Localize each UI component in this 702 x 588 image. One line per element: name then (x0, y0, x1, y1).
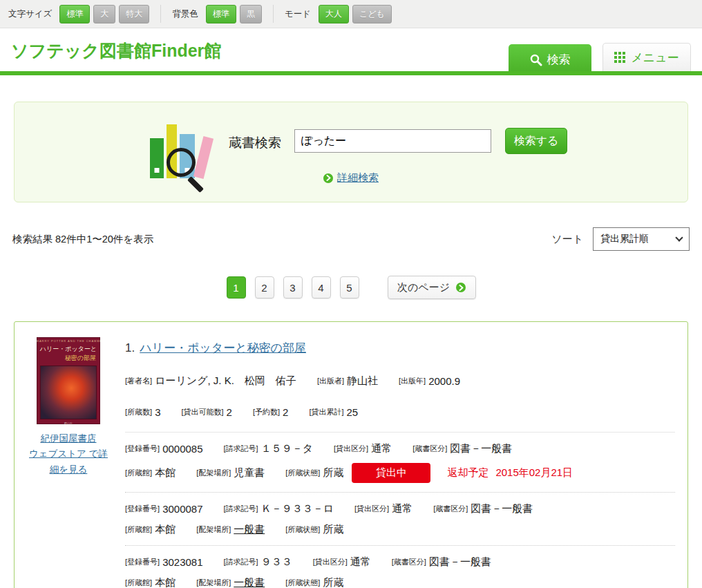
search-input[interactable] (294, 129, 491, 153)
font-size-standard-button[interactable]: 標準 (59, 5, 90, 23)
mode-kids-button[interactable]: こども (352, 5, 392, 23)
call-number-value: ９３３ (261, 556, 292, 569)
bg-standard-button[interactable]: 標準 (206, 5, 236, 23)
copy-detail-row-2: [所蔵館] 本館 [配架場所] 児童書 [所蔵状態] 所蔵 貸出中 返却予定20… (125, 463, 675, 483)
library-value: 本館 (155, 466, 176, 480)
return-due-date: 2015年02月21日 (495, 466, 573, 478)
sort-select[interactable]: 貸出累計順 (593, 227, 690, 251)
copy-detail-row-1: [登録番号] 3023081 [請求記号] ９３３ [貸出区分] 通常 [蔵書区… (125, 556, 675, 569)
call-number-label: [請求記号] (224, 557, 258, 567)
shelf-value: 児童書 (234, 466, 265, 480)
reservations-value: 2 (283, 406, 288, 418)
holdings-label: [所蔵数] (125, 407, 152, 417)
on-loan-badge: 貸出中 (352, 463, 430, 483)
return-due-info: 返却予定2015年02月21日 (447, 466, 573, 480)
cover-title-line2: 秘密の部屋 (37, 354, 100, 363)
menu-grid-icon (614, 52, 626, 64)
mode-adult-button[interactable]: 大人 (319, 5, 349, 23)
header-tabs: 検索 メニュー (509, 43, 691, 71)
library-label: [所蔵館] (125, 468, 152, 478)
library-value: 本館 (155, 576, 176, 588)
tab-menu-label: メニュー (631, 50, 679, 66)
copy-detail-row-1: [登録番号] 0000085 [請求記号] １５９－タ [貸出区分] 通常 [蔵… (125, 442, 675, 455)
publisher-label: [出版者] (317, 376, 344, 386)
catalog-search-label: 蔵書検索 (229, 134, 281, 152)
status-value: 所蔵 (323, 466, 343, 480)
arrow-circle-icon (323, 173, 333, 183)
page-button-1[interactable]: 1 (227, 276, 246, 298)
reg-number-value: 0000085 (162, 443, 202, 455)
copy-row: [登録番号] 0000085 [請求記号] １５９－タ [貸出区分] 通常 [蔵… (125, 433, 675, 493)
loan-type-value: 通常 (350, 556, 371, 569)
search-submit-button[interactable]: 検索する (505, 128, 567, 154)
collection-value: 図書－一般書 (471, 502, 533, 515)
shelf-location-link[interactable]: 一般書 (234, 576, 265, 588)
page-button-2[interactable]: 2 (255, 276, 274, 298)
status-label: [所蔵状態] (285, 524, 320, 535)
site-header: ソフテック図書館Finder館 検索 メニュー (0, 28, 702, 75)
status-label: [所蔵状態] (285, 578, 320, 588)
library-value: 本館 (155, 523, 176, 536)
page-button-3[interactable]: 3 (283, 276, 303, 298)
reg-number-value: 3023081 (162, 556, 202, 568)
book-cover-image[interactable]: HARRY POTTER AND THE CHAMBER OF SECRETS … (37, 337, 100, 424)
shelf-location-link[interactable]: 一般書 (234, 523, 265, 536)
status-value: 所蔵 (323, 576, 343, 588)
collection-value: 図書－一般書 (429, 556, 491, 569)
loan-type-value: 通常 (371, 442, 392, 455)
page-button-4[interactable]: 4 (312, 276, 331, 298)
cover-art (40, 366, 97, 419)
bg-black-button[interactable]: 黒 (240, 5, 262, 23)
status-value: 所蔵 (323, 523, 343, 536)
pubyear-label: [出版年] (399, 376, 426, 386)
search-icon (530, 54, 542, 66)
reg-number-value: 3000087 (162, 503, 202, 515)
result-left-column: HARRY POTTER AND THE CHAMBER OF SECRETS … (27, 336, 110, 588)
loan-type-label: [貸出区分] (334, 444, 368, 454)
kinokuniya-store-link[interactable]: 紀伊国屋書店 ウェブストア で詳 細を見る (27, 431, 110, 477)
font-size-group: 文字サイズ 標準 大 特大 (7, 5, 161, 23)
advanced-search-link[interactable]: 詳細検索 (337, 171, 379, 184)
result-item-panel: HARRY POTTER AND THE CHAMBER OF SECRETS … (14, 321, 688, 588)
result-rank: 1. (125, 341, 135, 354)
cover-title-line1: ハリー・ポッターと (37, 345, 100, 354)
available-label: [貸出可能数] (181, 407, 223, 417)
shelf-label: [配架場所] (196, 524, 231, 535)
copy-row: [登録番号] 3000087 [請求記号] Ｋ－９３３－ロ [貸出区分] 通常 … (125, 493, 675, 546)
shelf-label: [配架場所] (196, 578, 231, 588)
tab-search-label: 検索 (547, 52, 571, 68)
mode-label: モード (285, 8, 311, 20)
advanced-search-link-wrap[interactable]: 詳細検索 (323, 171, 379, 184)
next-page-button[interactable]: 次のページ (388, 276, 476, 299)
copy-detail-row-2: [所蔵館] 本館 [配架場所] 一般書 [所蔵状態] 所蔵 (125, 523, 675, 536)
font-size-xlarge-button[interactable]: 特大 (119, 5, 149, 23)
font-size-large-button[interactable]: 大 (93, 5, 115, 23)
sort-selected-value: 貸出累計順 (600, 233, 649, 245)
results-summary: 検索結果 82件中1〜20件を表示 (12, 233, 153, 246)
result-right-column: 1.ハリー・ポッターと秘密の部屋 [著者名] ローリング, J. K. 松岡 佑… (125, 336, 675, 588)
pagination: 1 2 3 4 5 次のページ (0, 276, 702, 299)
book-title-link[interactable]: ハリー・ポッターと秘密の部屋 (140, 341, 306, 354)
status-label: [所蔵状態] (285, 468, 320, 478)
accessibility-toolbar: 文字サイズ 標準 大 特大 背景色 標準 黒 モード 大人 こども (0, 0, 702, 28)
loan-type-value: 通常 (392, 502, 412, 515)
result-title-row: 1.ハリー・ポッターと秘密の部屋 (125, 340, 675, 356)
copy-row: [登録番号] 3023081 [請求記号] ９３３ [貸出区分] 通常 [蔵書区… (125, 546, 675, 588)
page-button-5[interactable]: 5 (340, 276, 359, 298)
loan-total-value: 25 (347, 406, 359, 418)
header-accent-bar (0, 71, 702, 75)
copy-detail-row-1: [登録番号] 3000087 [請求記号] Ｋ－９３３－ロ [貸出区分] 通常 … (125, 502, 675, 515)
call-number-value: Ｋ－９３３－ロ (261, 502, 334, 515)
pubyear-value: 2000.9 (428, 375, 460, 387)
chevron-down-icon (675, 234, 683, 241)
tab-menu[interactable]: メニュー (603, 43, 691, 71)
author-row: [著者名] ローリング, J. K. 松岡 佑子 [出版者] 静山社 [出版年]… (125, 374, 675, 388)
library-label: [所蔵館] (125, 524, 152, 535)
call-number-value: １５９－タ (261, 442, 313, 455)
collection-label: [蔵書区分] (433, 504, 468, 514)
store-link-line: 紀伊国屋書店 (41, 433, 97, 444)
loan-type-label: [貸出区分] (313, 557, 348, 567)
store-link-line: ウェブストア で詳 (29, 448, 108, 459)
publisher-value: 静山社 (347, 374, 378, 388)
store-link-line: 細を見る (50, 464, 88, 475)
